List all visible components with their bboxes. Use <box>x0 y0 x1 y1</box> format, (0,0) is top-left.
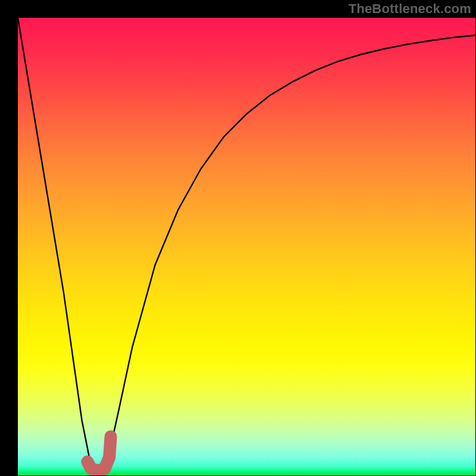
optimal-point-marker <box>87 437 111 471</box>
chart-frame: TheBottleneck.com <box>0 0 476 476</box>
bottleneck-curve <box>18 18 475 475</box>
watermark-text: TheBottleneck.com <box>349 1 471 17</box>
plot-area <box>18 18 475 475</box>
chart-svg <box>18 18 475 475</box>
